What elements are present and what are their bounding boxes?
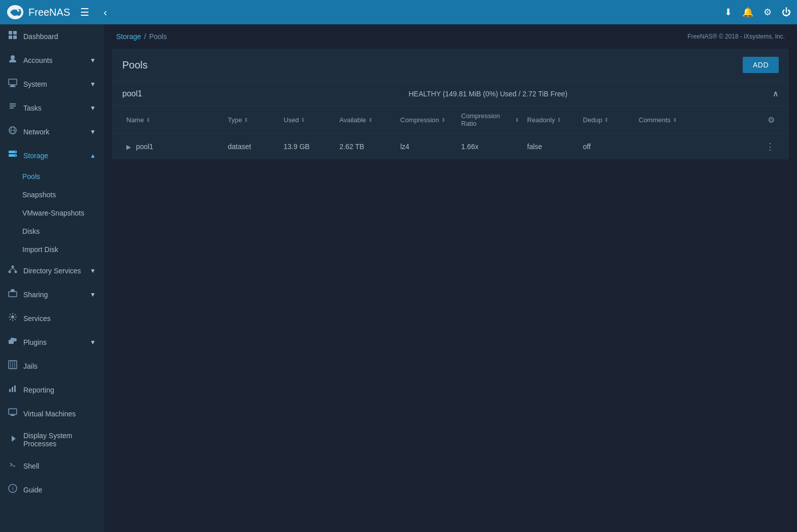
power-icon[interactable]: ⏻ [782, 7, 791, 18]
table-header-row: Name ⇕ Type ⇕ Used ⇕ Available ⇕ Compres… [112, 106, 789, 134]
sidebar-item-shell[interactable]: Shell [0, 454, 104, 478]
sidebar-subitem-import-disk[interactable]: Import Disk [0, 240, 104, 259]
col-header-name[interactable]: Name ⇕ [122, 110, 224, 130]
row-actions-menu[interactable]: ⋮ [758, 134, 779, 159]
sidebar-subitem-snapshots[interactable]: Snapshots [0, 186, 104, 204]
svg-rect-31 [12, 387, 13, 392]
cell-compression-ratio: 1.66x [457, 135, 523, 158]
col-header-compression-ratio[interactable]: Compression Ratio ⇕ [457, 106, 523, 133]
svg-point-23 [11, 315, 14, 318]
col-header-comments[interactable]: Comments ⇕ [635, 110, 764, 130]
sidebar-item-dashboard[interactable]: Dashboard [0, 24, 104, 48]
sidebar-item-system[interactable]: System ▼ [0, 72, 104, 96]
svg-rect-24 [9, 340, 14, 344]
breadcrumb-storage[interactable]: Storage [116, 32, 141, 41]
sidebar-label-services: Services [23, 314, 51, 323]
tasks-icon [8, 102, 17, 114]
sharing-icon [8, 289, 17, 300]
col-header-type[interactable]: Type ⇕ [224, 110, 280, 130]
notifications-icon[interactable]: 🔔 [742, 7, 753, 18]
services-icon [8, 312, 17, 324]
sidebar-subitem-pools[interactable]: Pools [0, 167, 104, 186]
main-layout: Dashboard Accounts ▼ System ▼ Tasks ▼ [0, 24, 797, 532]
plugins-arrow-icon: ▼ [90, 339, 96, 346]
network-arrow-icon: ▼ [90, 128, 96, 135]
sidebar: Dashboard Accounts ▼ System ▼ Tasks ▼ [0, 24, 104, 532]
sidebar-item-accounts[interactable]: Accounts ▼ [0, 48, 104, 72]
sidebar-sublabel-import-disk: Import Disk [22, 245, 58, 254]
svg-rect-3 [13, 31, 17, 34]
svg-point-18 [9, 271, 11, 273]
app-title: FreeNAS [28, 7, 70, 18]
dashboard-icon [8, 30, 17, 42]
sidebar-item-jails[interactable]: Jails [0, 354, 104, 378]
pool-row[interactable]: pool1 HEALTHY (149.81 MiB (0%) Used / 2.… [112, 82, 789, 106]
svg-point-15 [15, 152, 16, 153]
sidebar-item-display-system[interactable]: Display System Processes [0, 425, 104, 454]
accounts-arrow-icon: ▼ [90, 57, 96, 64]
sidebar-label-reporting: Reporting [23, 386, 54, 394]
settings-icon[interactable]: ⚙ [764, 7, 772, 18]
jails-icon [8, 360, 17, 372]
svg-rect-5 [13, 36, 17, 39]
col-header-available[interactable]: Available ⇕ [335, 110, 396, 130]
back-icon[interactable]: ‹ [99, 5, 111, 20]
sidebar-item-guide[interactable]: i Guide [0, 478, 104, 502]
svg-point-16 [15, 155, 16, 156]
sidebar-label-display-system: Display System Processes [23, 432, 96, 448]
sidebar-sublabel-vmware-snapshots: VMware-Snapshots [22, 209, 84, 217]
content: Storage / Pools FreeNAS® © 2018 - iXsyst… [104, 24, 797, 532]
svg-marker-35 [12, 436, 16, 442]
compratio-sort-icon: ⇕ [515, 117, 519, 123]
sidebar-label-shell: Shell [23, 462, 39, 470]
sidebar-label-sharing: Sharing [23, 291, 48, 299]
sidebar-item-services[interactable]: Services [0, 306, 104, 330]
system-icon [8, 78, 17, 90]
svg-point-19 [15, 271, 17, 273]
sidebar-item-network[interactable]: Network ▼ [0, 120, 104, 144]
sidebar-label-system: System [23, 80, 47, 88]
type-sort-icon: ⇕ [244, 117, 248, 123]
guide-icon: i [8, 484, 17, 495]
row-expand-icon[interactable]: ▶ [126, 144, 131, 151]
pool-status: HEALTHY (149.81 MiB (0%) Used / 2.72 TiB… [203, 90, 773, 98]
plugins-icon [8, 336, 17, 348]
sidebar-item-sharing[interactable]: Sharing ▼ [0, 282, 104, 306]
sidebar-item-directory-services[interactable]: Directory Services ▼ [0, 259, 104, 282]
add-pool-button[interactable]: ADD [743, 57, 779, 73]
copyright-text: FreeNAS® © 2018 - iXsystems, Inc. [687, 33, 785, 40]
menu-icon[interactable]: ☰ [76, 4, 93, 20]
col-header-compression[interactable]: Compression ⇕ [396, 110, 457, 130]
row-kebab-icon[interactable]: ⋮ [766, 141, 775, 152]
sidebar-label-guide: Guide [23, 486, 42, 494]
col-header-dedup[interactable]: Dedup ⇕ [579, 110, 635, 130]
sidebar-subitem-vmware-snapshots[interactable]: VMware-Snapshots [0, 204, 104, 222]
sidebar-item-plugins[interactable]: Plugins ▼ [0, 330, 104, 354]
sidebar-item-reporting[interactable]: Reporting [0, 378, 104, 402]
pool-collapse-icon[interactable]: ∧ [773, 89, 779, 98]
sidebar-item-tasks[interactable]: Tasks ▼ [0, 96, 104, 120]
compression-sort-icon: ⇕ [441, 117, 445, 123]
sidebar-sublabel-pools: Pools [22, 172, 40, 181]
directory-services-icon [8, 265, 17, 276]
svg-rect-9 [10, 86, 16, 87]
sidebar-label-accounts: Accounts [23, 56, 53, 64]
directory-services-arrow-icon: ▼ [90, 267, 96, 274]
sidebar-subitem-disks[interactable]: Disks [0, 222, 104, 240]
sidebar-item-storage[interactable]: Storage ▲ [0, 144, 104, 167]
storage-icon [8, 150, 17, 161]
svg-rect-8 [11, 85, 15, 86]
svg-rect-25 [11, 338, 14, 340]
svg-point-1 [17, 10, 19, 12]
sidebar-item-virtual-machines[interactable]: Virtual Machines [0, 402, 104, 425]
col-header-readonly[interactable]: Readonly ⇕ [523, 110, 579, 130]
table-settings-icon[interactable]: ⚙ [764, 111, 779, 129]
cell-compression: lz4 [396, 135, 457, 158]
sidebar-label-dashboard: Dashboard [23, 32, 58, 41]
cell-type: dataset [224, 135, 280, 158]
virtual-machines-icon [8, 408, 17, 419]
col-header-used[interactable]: Used ⇕ [280, 110, 335, 130]
download-icon[interactable]: ⬇ [724, 7, 732, 18]
cell-available: 2.62 TB [335, 135, 396, 158]
display-system-icon [8, 434, 17, 446]
